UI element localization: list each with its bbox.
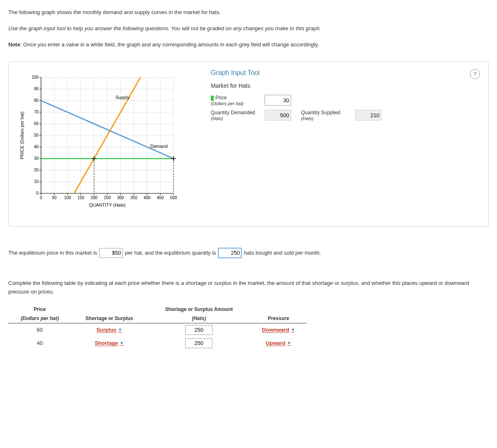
supply-label: Supply: [116, 95, 130, 100]
supply-demand-chart[interactable]: 01020 304050 607080 90100 050100 1502002…: [16, 69, 190, 210]
price-label: Price (Dollars per hat): [211, 95, 265, 106]
shortage-surplus-table: Price Shortage or Surplus Amount (Dollar…: [8, 305, 306, 350]
svg-text:300: 300: [117, 195, 124, 200]
svg-text:70: 70: [34, 110, 39, 114]
th-price-unit: (Dollars per hat): [8, 314, 71, 323]
th-amount: Shortage or Surplus Amount: [147, 305, 251, 314]
chevron-down-icon: ▼: [118, 328, 122, 332]
eq-price-input[interactable]: [99, 248, 123, 258]
th-ss: Shortage or Surplus: [71, 314, 147, 323]
svg-text:50: 50: [52, 195, 57, 200]
help-icon[interactable]: ?: [470, 69, 480, 79]
qd-output: [265, 110, 291, 120]
price-marker-icon: [211, 96, 214, 101]
row-price: 60: [8, 323, 71, 337]
y-axis-label: PRICE (Dollars per hat): [19, 112, 24, 160]
price-input[interactable]: [265, 95, 291, 106]
pressure-dropdown[interactable]: Downward▼: [262, 327, 295, 333]
table-row: 60 Surplus▼ Downward▼: [8, 323, 306, 337]
th-pressure: Pressure: [251, 314, 306, 323]
eq-qty-input[interactable]: [218, 248, 241, 258]
th-price: Price: [8, 305, 71, 314]
chevron-down-icon: ▼: [287, 341, 291, 345]
demand-label: Demand: [150, 144, 168, 149]
qd-label: Quantity Demanded (Hats): [211, 110, 265, 121]
qs-output: [355, 110, 381, 120]
table-instructions: Complete the following table by indicati…: [8, 279, 489, 296]
svg-text:350: 350: [130, 195, 138, 200]
svg-text:500: 500: [170, 195, 177, 200]
intro-p1: The following graph shows the monthly de…: [8, 8, 489, 17]
svg-text:60: 60: [34, 121, 39, 126]
svg-text:20: 20: [34, 168, 39, 172]
x-axis-label: QUANTITY (Hats): [89, 202, 125, 207]
th-amount-unit: (Hats): [147, 314, 251, 323]
svg-text:0: 0: [36, 191, 39, 195]
svg-text:150: 150: [77, 195, 84, 200]
svg-text:10: 10: [34, 179, 39, 184]
svg-text:100: 100: [64, 195, 71, 200]
svg-text:30: 30: [34, 156, 39, 161]
svg-text:100: 100: [31, 75, 39, 79]
qs-label: Quantity Supplied (Hats): [301, 110, 355, 121]
svg-text:50: 50: [34, 133, 39, 137]
svg-text:80: 80: [34, 98, 39, 103]
svg-text:0: 0: [40, 195, 42, 200]
chevron-down-icon: ▼: [291, 328, 295, 332]
intro-p2: Use the graph input tool to help you ans…: [8, 25, 321, 31]
ss-dropdown[interactable]: Surplus▼: [97, 327, 122, 333]
svg-text:90: 90: [34, 87, 39, 91]
equilibrium-sentence: The equilibrium price in this market is …: [8, 248, 489, 258]
row-price: 40: [8, 337, 71, 350]
svg-text:250: 250: [104, 195, 111, 200]
svg-text:200: 200: [91, 195, 98, 200]
svg-text:450: 450: [157, 195, 164, 200]
chart-area: 01020 304050 607080 90100 050100 1502002…: [16, 69, 198, 210]
tool-subtitle: Market for Hats: [211, 82, 480, 89]
table-row: 40 Shortage▼ Upward▼: [8, 337, 306, 350]
chevron-down-icon: ▼: [120, 341, 124, 345]
amount-input[interactable]: [185, 325, 212, 335]
svg-text:40: 40: [34, 145, 39, 149]
ss-dropdown[interactable]: Shortage▼: [95, 340, 124, 346]
note-label: Note: [8, 41, 20, 48]
graph-input-tool: ? Graph Input Tool Market for Hats Price…: [211, 69, 480, 210]
intro-text: The following graph shows the monthly de…: [8, 8, 489, 49]
svg-text:400: 400: [144, 195, 151, 200]
pressure-dropdown[interactable]: Upward▼: [266, 340, 292, 346]
graph-panel: 01020 304050 607080 90100 050100 1502002…: [8, 61, 489, 227]
amount-input[interactable]: [185, 338, 212, 348]
tool-title: Graph Input Tool: [211, 69, 480, 77]
note-text: : Once you enter a value in a white fiel…: [20, 41, 319, 48]
